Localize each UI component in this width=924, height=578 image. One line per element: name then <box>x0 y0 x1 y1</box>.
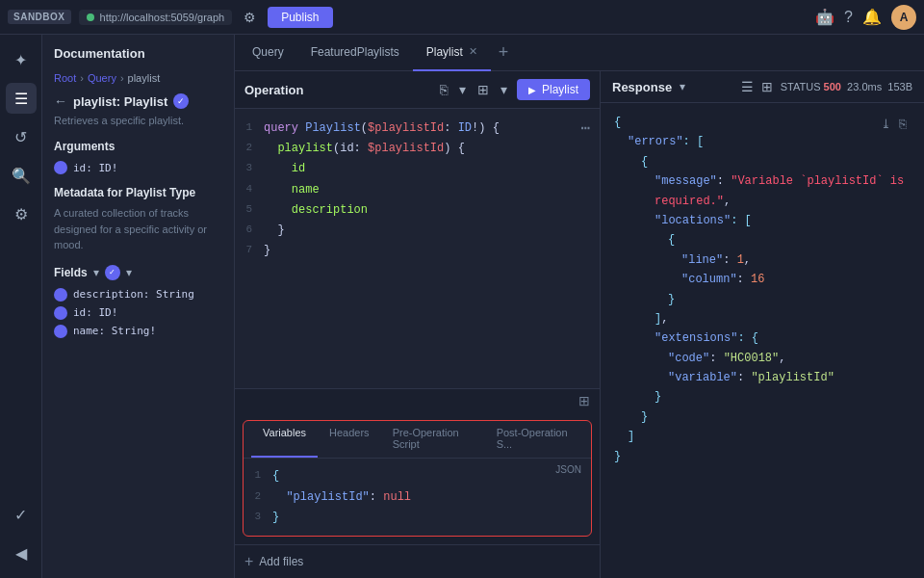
response-line-5: "locations": [ <box>654 211 911 230</box>
sidebar-icon-logo[interactable]: ✦ <box>6 44 37 75</box>
code-editor[interactable]: ⋯ 1 query Playlist($playlistId: ID!) { 2… <box>235 109 600 388</box>
breadcrumb-root[interactable]: Root <box>54 72 76 84</box>
response-line-6: { <box>668 230 911 250</box>
editor-side: Operation ⎘ ▾ ⊞ ▾ ▶ Playlist ⋯ 1 query P… <box>235 71 601 578</box>
run-triangle-icon: ▶ <box>528 85 536 95</box>
var-tab-post-script[interactable]: Post-Operation S... <box>485 421 583 458</box>
filter-badge[interactable]: ✓ <box>105 265 120 280</box>
copy-response-icon[interactable]: ⎘ <box>899 115 907 136</box>
arg-item: id: ID! <box>54 161 222 174</box>
breadcrumb-query[interactable]: Query <box>88 72 116 84</box>
code-line-7: 7 } <box>235 241 600 261</box>
operation-label: Operation <box>244 83 430 97</box>
field-dot <box>54 306 67 320</box>
copy-operation-icon[interactable]: ⎘ <box>438 80 449 99</box>
var-content[interactable]: JSON 1 { 2 "playlistId": null 3 } <box>244 459 591 536</box>
response-line-10: ], <box>654 309 911 328</box>
field-name: name: String! <box>54 325 222 338</box>
format-icon[interactable]: ⊞ <box>578 393 590 408</box>
download-response-icon[interactable]: ⤓ <box>881 115 891 136</box>
fields-filter-arrow[interactable]: ▾ <box>126 266 132 279</box>
response-line-15: } <box>641 407 911 427</box>
field-dot <box>54 288 67 302</box>
sidebar-icon-explorer[interactable]: ☰ <box>6 83 37 114</box>
add-files-bar[interactable]: + Add files <box>235 544 600 578</box>
response-json: ⎘ ⤓ { "errors": [ { "message": "Variable… <box>601 103 924 578</box>
field-id-text: id: ID! <box>73 306 117 319</box>
operation-grid-icon[interactable]: ⊞ <box>475 80 491 99</box>
var-tab-headers[interactable]: Headers <box>318 421 381 458</box>
fields-header: Fields ▾ ✓ ▾ <box>54 265 222 280</box>
ai-icon[interactable]: 🤖 <box>815 8 834 26</box>
tab-featuredplaylists[interactable]: FeaturedPlaylists <box>297 35 413 71</box>
operation-more-icon[interactable]: ▾ <box>499 80 509 99</box>
notification-icon[interactable]: 🔔 <box>862 8 882 26</box>
response-time: 23.0ms <box>847 81 882 92</box>
status-code: 500 <box>824 81 841 92</box>
response-line-2: "errors": [ <box>628 132 911 151</box>
help-icon[interactable]: ? <box>844 9 853 26</box>
response-chevron-icon[interactable]: ▾ <box>680 80 685 93</box>
code-line-4: 4 name <box>235 180 600 200</box>
var-code-line-2: 2 "playlistId": null <box>244 487 591 508</box>
tab-close-icon[interactable]: ✕ <box>469 45 477 58</box>
fields-down-arrow[interactable]: ▾ <box>93 266 99 279</box>
response-line-16: ] <box>628 427 911 446</box>
operation-chevron-icon[interactable]: ▾ <box>457 80 468 99</box>
response-side: Response ▾ ☰ ⊞ STATUS 500 23.0ms 153B ⎘ … <box>601 71 924 578</box>
add-files-label: Add files <box>259 555 303 568</box>
code-line-2: 2 playlist(id: $playlistId) { <box>235 139 600 159</box>
response-layout-icon-2[interactable]: ⊞ <box>761 79 773 94</box>
var-code-line-3: 3 } <box>244 508 591 528</box>
main-layout: ✦ ☰ ↺ 🔍 ⚙ ✓ ◀ Documentation Root › Query… <box>0 35 924 578</box>
field-description: description: String <box>54 288 222 302</box>
response-icons: ☰ ⊞ <box>741 79 773 94</box>
sidebar-icon-history[interactable]: ↺ <box>6 121 37 152</box>
settings-icon[interactable]: ⚙ <box>240 8 260 27</box>
fields-label: Fields <box>54 266 88 279</box>
breadcrumb: Root › Query › playlist <box>54 72 222 84</box>
operation-bar: Operation ⎘ ▾ ⊞ ▾ ▶ Playlist <box>235 71 600 109</box>
url-bar: http://localhost:5059/graph <box>79 10 233 25</box>
sidebar-icon-check[interactable]: ✓ <box>6 499 37 530</box>
tab-query[interactable]: Query <box>239 35 297 71</box>
response-size: 153B <box>887 81 912 92</box>
metadata-title: Metadata for Playlist Type <box>54 186 222 199</box>
arg-text: id: ID! <box>73 162 117 174</box>
arguments-title: Arguments <box>54 140 222 153</box>
icon-sidebar: ✦ ☰ ↺ 🔍 ⚙ ✓ ◀ <box>0 35 42 578</box>
more-options-icon[interactable]: ⋯ <box>580 118 590 138</box>
tab-playlist[interactable]: Playlist ✕ <box>413 35 491 71</box>
doc-title: playlist: Playlist <box>73 94 167 109</box>
arg-dot <box>54 161 67 174</box>
add-tab-button[interactable]: + <box>491 42 517 63</box>
sidebar-icon-settings[interactable]: ⚙ <box>6 198 37 229</box>
code-line-5: 5 description <box>235 200 600 221</box>
publish-button[interactable]: Publish <box>268 7 332 28</box>
tabs-bar: Query FeaturedPlaylists Playlist ✕ + <box>235 35 924 71</box>
response-line-4: "message": "Variable `playlistId` is req… <box>654 171 911 211</box>
back-arrow-icon[interactable]: ← <box>54 93 67 109</box>
sidebar-icon-collapse[interactable]: ◀ <box>6 538 37 568</box>
avatar[interactable]: A <box>891 5 916 30</box>
check-circle-icon: ✓ <box>173 93 189 109</box>
response-line-8: "column": 16 <box>681 270 911 289</box>
top-bar-right: 🤖 ? 🔔 A <box>815 5 916 30</box>
response-label: Response <box>612 80 672 94</box>
variables-panel: Variables Headers Pre-Operation Script P… <box>243 420 592 537</box>
var-tab-variables[interactable]: Variables <box>251 421 318 458</box>
status-badge: STATUS 500 23.0ms 153B <box>781 81 912 92</box>
metadata-desc: A curated collection of tracks designed … <box>54 205 222 253</box>
field-description-text: description: String <box>73 288 194 301</box>
var-tab-pre-script[interactable]: Pre-Operation Script <box>381 421 485 458</box>
sidebar-icon-search[interactable]: 🔍 <box>6 160 37 191</box>
run-button-label: Playlist <box>542 83 578 96</box>
editor-format-bar: ⊞ <box>235 388 600 412</box>
response-layout-icon-1[interactable]: ☰ <box>741 79 754 94</box>
doc-panel-title: Documentation <box>54 46 222 61</box>
code-line-6: 6 } <box>235 221 600 241</box>
run-button[interactable]: ▶ Playlist <box>517 79 590 100</box>
top-bar: SANDBOX http://localhost:5059/graph ⚙ Pu… <box>0 0 924 35</box>
response-line-3: { <box>641 152 911 171</box>
field-name-text: name: String! <box>73 325 156 337</box>
